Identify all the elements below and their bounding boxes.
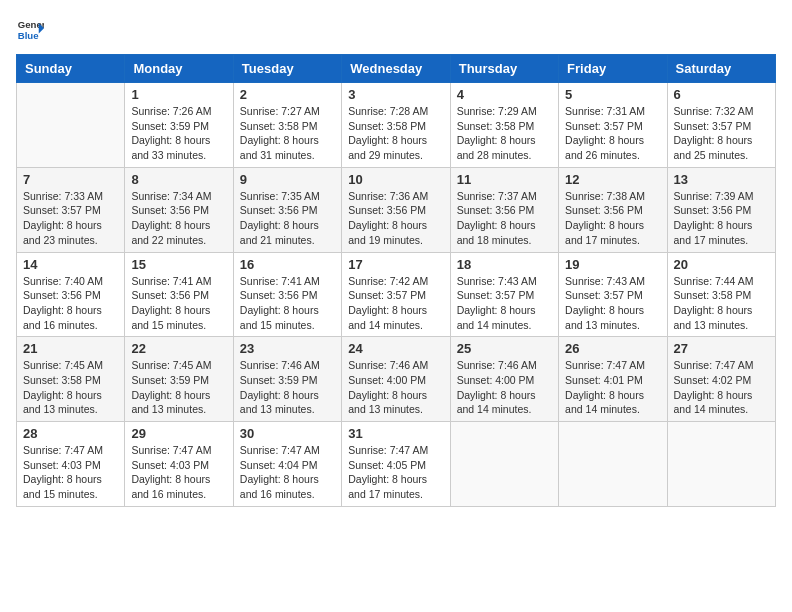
day-info: Sunrise: 7:46 AM Sunset: 4:00 PM Dayligh… [457, 358, 552, 417]
day-number: 25 [457, 341, 552, 356]
week-row-4: 21Sunrise: 7:45 AM Sunset: 3:58 PM Dayli… [17, 337, 776, 422]
day-info: Sunrise: 7:34 AM Sunset: 3:56 PM Dayligh… [131, 189, 226, 248]
day-number: 9 [240, 172, 335, 187]
weekday-header-sunday: Sunday [17, 55, 125, 83]
day-info: Sunrise: 7:47 AM Sunset: 4:03 PM Dayligh… [131, 443, 226, 502]
day-info: Sunrise: 7:37 AM Sunset: 3:56 PM Dayligh… [457, 189, 552, 248]
week-row-1: 1Sunrise: 7:26 AM Sunset: 3:59 PM Daylig… [17, 83, 776, 168]
day-number: 22 [131, 341, 226, 356]
weekday-header-saturday: Saturday [667, 55, 775, 83]
day-info: Sunrise: 7:43 AM Sunset: 3:57 PM Dayligh… [457, 274, 552, 333]
calendar-cell: 17Sunrise: 7:42 AM Sunset: 3:57 PM Dayli… [342, 252, 450, 337]
day-info: Sunrise: 7:44 AM Sunset: 3:58 PM Dayligh… [674, 274, 769, 333]
week-row-3: 14Sunrise: 7:40 AM Sunset: 3:56 PM Dayli… [17, 252, 776, 337]
day-info: Sunrise: 7:38 AM Sunset: 3:56 PM Dayligh… [565, 189, 660, 248]
weekday-header-wednesday: Wednesday [342, 55, 450, 83]
svg-text:Blue: Blue [18, 30, 39, 41]
day-info: Sunrise: 7:46 AM Sunset: 3:59 PM Dayligh… [240, 358, 335, 417]
calendar-cell [17, 83, 125, 168]
weekday-header-friday: Friday [559, 55, 667, 83]
day-info: Sunrise: 7:47 AM Sunset: 4:01 PM Dayligh… [565, 358, 660, 417]
calendar-cell: 30Sunrise: 7:47 AM Sunset: 4:04 PM Dayli… [233, 422, 341, 507]
day-info: Sunrise: 7:47 AM Sunset: 4:02 PM Dayligh… [674, 358, 769, 417]
logo-icon: General Blue [16, 16, 44, 44]
calendar-cell: 28Sunrise: 7:47 AM Sunset: 4:03 PM Dayli… [17, 422, 125, 507]
calendar-cell: 15Sunrise: 7:41 AM Sunset: 3:56 PM Dayli… [125, 252, 233, 337]
calendar-cell: 13Sunrise: 7:39 AM Sunset: 3:56 PM Dayli… [667, 167, 775, 252]
page-header: General Blue [16, 16, 776, 44]
calendar-cell: 23Sunrise: 7:46 AM Sunset: 3:59 PM Dayli… [233, 337, 341, 422]
calendar-cell: 8Sunrise: 7:34 AM Sunset: 3:56 PM Daylig… [125, 167, 233, 252]
calendar-cell: 5Sunrise: 7:31 AM Sunset: 3:57 PM Daylig… [559, 83, 667, 168]
logo: General Blue [16, 16, 44, 44]
calendar-cell: 21Sunrise: 7:45 AM Sunset: 3:58 PM Dayli… [17, 337, 125, 422]
weekday-header-thursday: Thursday [450, 55, 558, 83]
calendar-cell: 16Sunrise: 7:41 AM Sunset: 3:56 PM Dayli… [233, 252, 341, 337]
day-info: Sunrise: 7:46 AM Sunset: 4:00 PM Dayligh… [348, 358, 443, 417]
weekday-header-monday: Monday [125, 55, 233, 83]
day-number: 1 [131, 87, 226, 102]
day-number: 15 [131, 257, 226, 272]
day-info: Sunrise: 7:33 AM Sunset: 3:57 PM Dayligh… [23, 189, 118, 248]
calendar-cell: 25Sunrise: 7:46 AM Sunset: 4:00 PM Dayli… [450, 337, 558, 422]
calendar-cell: 7Sunrise: 7:33 AM Sunset: 3:57 PM Daylig… [17, 167, 125, 252]
day-info: Sunrise: 7:39 AM Sunset: 3:56 PM Dayligh… [674, 189, 769, 248]
week-row-2: 7Sunrise: 7:33 AM Sunset: 3:57 PM Daylig… [17, 167, 776, 252]
day-number: 26 [565, 341, 660, 356]
day-number: 2 [240, 87, 335, 102]
calendar-cell [450, 422, 558, 507]
day-number: 12 [565, 172, 660, 187]
weekday-header-tuesday: Tuesday [233, 55, 341, 83]
day-info: Sunrise: 7:45 AM Sunset: 3:59 PM Dayligh… [131, 358, 226, 417]
calendar-cell: 18Sunrise: 7:43 AM Sunset: 3:57 PM Dayli… [450, 252, 558, 337]
weekday-header-row: SundayMondayTuesdayWednesdayThursdayFrid… [17, 55, 776, 83]
day-number: 16 [240, 257, 335, 272]
day-info: Sunrise: 7:47 AM Sunset: 4:05 PM Dayligh… [348, 443, 443, 502]
calendar-cell: 6Sunrise: 7:32 AM Sunset: 3:57 PM Daylig… [667, 83, 775, 168]
week-row-5: 28Sunrise: 7:47 AM Sunset: 4:03 PM Dayli… [17, 422, 776, 507]
day-info: Sunrise: 7:42 AM Sunset: 3:57 PM Dayligh… [348, 274, 443, 333]
calendar-cell: 9Sunrise: 7:35 AM Sunset: 3:56 PM Daylig… [233, 167, 341, 252]
calendar-cell: 31Sunrise: 7:47 AM Sunset: 4:05 PM Dayli… [342, 422, 450, 507]
day-number: 27 [674, 341, 769, 356]
calendar-cell: 14Sunrise: 7:40 AM Sunset: 3:56 PM Dayli… [17, 252, 125, 337]
day-info: Sunrise: 7:28 AM Sunset: 3:58 PM Dayligh… [348, 104, 443, 163]
day-number: 8 [131, 172, 226, 187]
day-number: 3 [348, 87, 443, 102]
day-number: 20 [674, 257, 769, 272]
day-info: Sunrise: 7:35 AM Sunset: 3:56 PM Dayligh… [240, 189, 335, 248]
day-number: 5 [565, 87, 660, 102]
calendar-cell [559, 422, 667, 507]
day-number: 7 [23, 172, 118, 187]
day-number: 13 [674, 172, 769, 187]
calendar-cell: 2Sunrise: 7:27 AM Sunset: 3:58 PM Daylig… [233, 83, 341, 168]
day-info: Sunrise: 7:41 AM Sunset: 3:56 PM Dayligh… [240, 274, 335, 333]
calendar-cell [667, 422, 775, 507]
day-number: 24 [348, 341, 443, 356]
day-info: Sunrise: 7:45 AM Sunset: 3:58 PM Dayligh… [23, 358, 118, 417]
day-info: Sunrise: 7:47 AM Sunset: 4:03 PM Dayligh… [23, 443, 118, 502]
calendar-cell: 27Sunrise: 7:47 AM Sunset: 4:02 PM Dayli… [667, 337, 775, 422]
day-number: 30 [240, 426, 335, 441]
day-info: Sunrise: 7:32 AM Sunset: 3:57 PM Dayligh… [674, 104, 769, 163]
calendar-cell: 26Sunrise: 7:47 AM Sunset: 4:01 PM Dayli… [559, 337, 667, 422]
day-number: 17 [348, 257, 443, 272]
day-info: Sunrise: 7:36 AM Sunset: 3:56 PM Dayligh… [348, 189, 443, 248]
day-number: 28 [23, 426, 118, 441]
day-number: 14 [23, 257, 118, 272]
day-number: 11 [457, 172, 552, 187]
calendar-cell: 3Sunrise: 7:28 AM Sunset: 3:58 PM Daylig… [342, 83, 450, 168]
day-number: 29 [131, 426, 226, 441]
day-number: 6 [674, 87, 769, 102]
day-info: Sunrise: 7:41 AM Sunset: 3:56 PM Dayligh… [131, 274, 226, 333]
day-info: Sunrise: 7:40 AM Sunset: 3:56 PM Dayligh… [23, 274, 118, 333]
day-info: Sunrise: 7:43 AM Sunset: 3:57 PM Dayligh… [565, 274, 660, 333]
day-info: Sunrise: 7:27 AM Sunset: 3:58 PM Dayligh… [240, 104, 335, 163]
day-info: Sunrise: 7:31 AM Sunset: 3:57 PM Dayligh… [565, 104, 660, 163]
calendar-cell: 29Sunrise: 7:47 AM Sunset: 4:03 PM Dayli… [125, 422, 233, 507]
calendar-cell: 11Sunrise: 7:37 AM Sunset: 3:56 PM Dayli… [450, 167, 558, 252]
day-number: 19 [565, 257, 660, 272]
day-number: 31 [348, 426, 443, 441]
calendar-cell: 10Sunrise: 7:36 AM Sunset: 3:56 PM Dayli… [342, 167, 450, 252]
calendar-cell: 19Sunrise: 7:43 AM Sunset: 3:57 PM Dayli… [559, 252, 667, 337]
